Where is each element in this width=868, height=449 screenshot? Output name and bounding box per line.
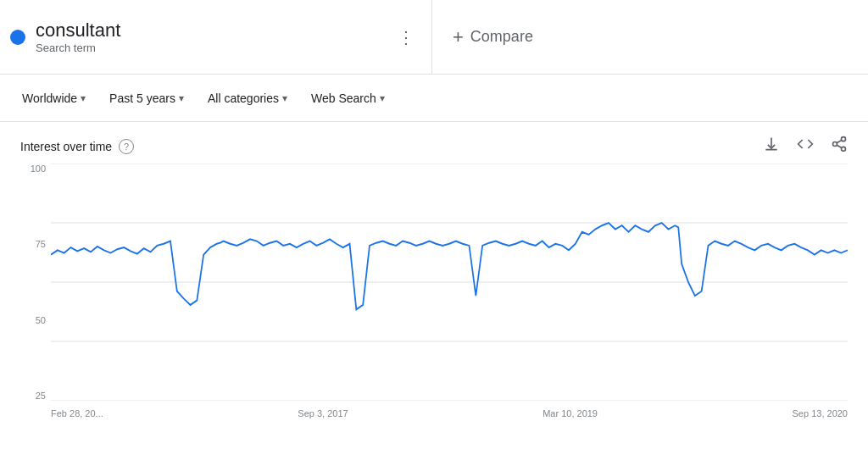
search-term-box: consultant Search term ⋮ [0, 0, 432, 74]
search-subtitle: Search term [36, 42, 421, 54]
filter-bar: Worldwide ▾ Past 5 years ▾ All categorie… [0, 75, 868, 122]
share-button[interactable] [831, 136, 848, 157]
x-label-1: Sep 3, 2017 [298, 408, 348, 419]
y-axis: 100 75 50 25 [20, 164, 51, 401]
embed-button[interactable] [797, 136, 814, 157]
svg-point-0 [842, 137, 846, 141]
y-label-100: 100 [31, 164, 46, 174]
help-icon[interactable]: ? [119, 139, 134, 154]
category-filter[interactable]: All categories ▾ [199, 86, 296, 110]
category-filter-arrow: ▾ [282, 92, 287, 104]
line-chart [51, 164, 848, 401]
svg-point-2 [842, 147, 846, 151]
x-label-3: Sep 13, 2020 [793, 408, 848, 419]
svg-point-1 [833, 142, 837, 147]
category-filter-label: All categories [208, 91, 279, 105]
more-options-button[interactable]: ⋮ [394, 24, 418, 51]
type-filter-label: Web Search [311, 91, 376, 105]
search-title: consultant [36, 19, 421, 42]
svg-line-3 [837, 145, 842, 147]
geo-filter-arrow: ▾ [81, 92, 86, 104]
type-filter-arrow: ▾ [380, 92, 385, 104]
time-filter[interactable]: Past 5 years ▾ [101, 86, 192, 110]
x-label-0: Feb 28, 20... [51, 408, 103, 419]
type-filter[interactable]: Web Search ▾ [303, 86, 393, 110]
compare-label: Compare [470, 28, 533, 46]
y-label-75: 75 [36, 239, 46, 249]
x-label-2: Mar 10, 2019 [542, 408, 598, 419]
chart-actions [763, 136, 848, 157]
chart-container: 100 75 50 25 Feb 28, 20... Sep 3, 2017 M… [20, 164, 848, 426]
x-axis: Feb 28, 20... Sep 3, 2017 Mar 10, 2019 S… [51, 401, 848, 426]
chart-header: Interest over time ? [20, 136, 848, 157]
chart-title-row: Interest over time ? [20, 139, 134, 154]
y-label-50: 50 [36, 315, 46, 325]
time-filter-arrow: ▾ [179, 92, 184, 104]
geo-filter-label: Worldwide [22, 91, 77, 105]
chart-title: Interest over time [20, 140, 112, 153]
search-dot [10, 30, 25, 45]
geo-filter[interactable]: Worldwide ▾ [14, 86, 94, 110]
y-label-25: 25 [36, 391, 46, 401]
svg-line-4 [837, 140, 842, 142]
chart-area [51, 164, 848, 401]
compare-button[interactable]: + Compare [453, 26, 533, 48]
download-button[interactable] [763, 136, 780, 157]
search-text: consultant Search term [36, 19, 421, 54]
compare-plus-icon: + [453, 26, 464, 48]
compare-section: + Compare [432, 13, 868, 62]
time-filter-label: Past 5 years [109, 91, 175, 105]
header: consultant Search term ⋮ + Compare [0, 0, 868, 75]
chart-section: Interest over time ? [0, 122, 868, 433]
